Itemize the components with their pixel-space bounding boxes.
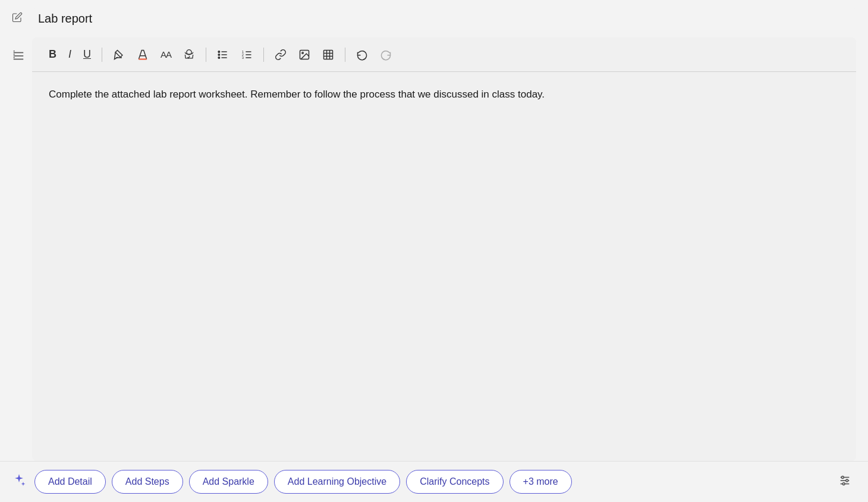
editor-container: B I U <box>12 37 856 461</box>
content-text: Complete the attached lab report workshe… <box>49 86 839 102</box>
bullet-list-button[interactable] <box>212 45 234 64</box>
svg-point-14 <box>218 57 220 58</box>
image-button[interactable] <box>294 45 315 64</box>
clarify-concepts-button[interactable]: Clarify Concepts <box>406 470 503 494</box>
separator-1 <box>102 48 102 62</box>
redo-button[interactable] <box>375 45 397 64</box>
highlight-button[interactable] <box>108 45 130 64</box>
svg-point-22 <box>302 52 304 54</box>
separator-3 <box>263 48 264 62</box>
svg-text:3: 3 <box>242 55 244 59</box>
top-bar: Lab report <box>0 0 868 37</box>
spell-check-button[interactable] <box>178 45 200 64</box>
font-color-button[interactable] <box>132 45 153 64</box>
underline-button[interactable]: U <box>78 45 96 64</box>
add-detail-button[interactable]: Add Detail <box>34 470 106 494</box>
toolbar: B I U <box>32 37 856 72</box>
add-sparkle-button[interactable]: Add Sparkle <box>189 470 268 494</box>
separator-2 <box>206 48 206 62</box>
sparkle-icon <box>12 473 26 491</box>
title-input[interactable]: Lab report <box>32 8 856 29</box>
svg-point-12 <box>218 51 220 52</box>
numbered-list-button[interactable]: 1 2 3 <box>236 45 257 64</box>
italic-button[interactable]: I <box>64 45 76 64</box>
link-button[interactable] <box>270 45 291 64</box>
editor-content[interactable]: Complete the attached lab report workshe… <box>32 72 856 461</box>
separator-4 <box>345 48 345 62</box>
editor-panel: B I U <box>32 37 856 461</box>
svg-point-32 <box>846 479 848 482</box>
svg-rect-23 <box>324 50 333 59</box>
svg-point-13 <box>218 54 220 55</box>
add-steps-button[interactable]: Add Steps <box>112 470 183 494</box>
add-learning-objective-button[interactable]: Add Learning Objective <box>274 470 400 494</box>
bottom-bar: Add Detail Add Steps Add Sparkle Add Lea… <box>0 461 868 502</box>
edit-icon <box>12 12 23 26</box>
bold-button[interactable]: B <box>44 45 61 64</box>
svg-point-31 <box>842 476 844 478</box>
table-button[interactable] <box>317 45 339 64</box>
more-button[interactable]: +3 more <box>510 470 572 494</box>
settings-icon[interactable] <box>834 470 856 494</box>
sidebar-icon <box>12 37 32 461</box>
undo-button[interactable] <box>351 45 373 64</box>
font-size-button[interactable]: AA <box>156 46 176 63</box>
svg-point-33 <box>842 482 845 485</box>
